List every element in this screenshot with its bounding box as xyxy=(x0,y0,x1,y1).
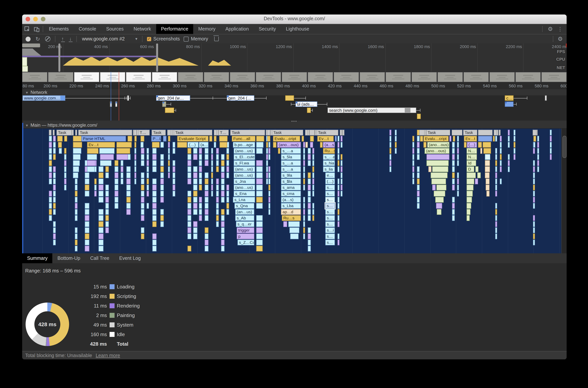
flame-bar[interactable] xyxy=(173,148,175,154)
flame-bar[interactable] xyxy=(227,203,229,209)
flame-bar[interactable] xyxy=(486,185,489,190)
flame-bar[interactable] xyxy=(486,191,489,196)
flame-bar[interactable] xyxy=(533,234,535,239)
flame-bar[interactable] xyxy=(221,191,225,196)
flame-bar[interactable] xyxy=(49,197,52,203)
flame-bar[interactable] xyxy=(412,148,414,154)
flame-bar[interactable] xyxy=(87,166,95,172)
flame-bar[interactable] xyxy=(452,185,455,190)
filmstrip-screenshot[interactable] xyxy=(386,72,411,82)
flame-bar[interactable] xyxy=(467,197,472,203)
flame-bar[interactable] xyxy=(268,148,270,154)
flame-bar[interactable] xyxy=(205,234,208,239)
flame-bar[interactable] xyxy=(420,136,423,142)
reload-and-record-icon[interactable]: ↻ xyxy=(35,36,40,42)
tab-elements[interactable]: Elements xyxy=(44,24,74,34)
flame-bar[interactable] xyxy=(75,215,77,221)
flame-bar[interactable] xyxy=(432,166,448,172)
flame-bar[interactable] xyxy=(306,142,308,148)
flame-bar[interactable] xyxy=(475,179,478,184)
flame-bar[interactable] xyxy=(214,130,217,135)
flame-bar[interactable] xyxy=(160,142,164,148)
flame-bar[interactable] xyxy=(453,136,455,142)
flame-bar[interactable] xyxy=(508,160,510,166)
tab-memory[interactable]: Memory xyxy=(193,24,221,34)
flame-bar[interactable] xyxy=(216,185,219,190)
flame-bar[interactable] xyxy=(312,185,314,190)
flame-bar[interactable] xyxy=(141,172,144,178)
flame-bar[interactable] xyxy=(303,148,305,154)
bottom-tab-bottom-up[interactable]: Bottom-Up xyxy=(52,253,85,263)
flame-bar[interactable] xyxy=(99,227,103,233)
flame-bar[interactable] xyxy=(126,179,130,184)
flame-bar[interactable] xyxy=(221,246,225,251)
flame-bar[interactable] xyxy=(53,172,56,178)
flame-bar[interactable] xyxy=(205,240,208,245)
flame-bar[interactable] xyxy=(75,203,77,209)
flame-bar[interactable] xyxy=(266,179,268,184)
flame-bar[interactable] xyxy=(305,130,308,135)
flame-bar[interactable] xyxy=(513,130,515,135)
flame-bar[interactable] xyxy=(87,154,97,160)
flame-bar[interactable] xyxy=(417,142,420,148)
flame-bar[interactable] xyxy=(268,172,270,178)
flame-bar[interactable] xyxy=(134,136,137,142)
flame-bar-t-[interactable]: T… xyxy=(218,130,229,135)
flame-bar[interactable] xyxy=(205,172,208,178)
tab-security[interactable]: Security xyxy=(254,24,281,34)
flame-bar[interactable] xyxy=(187,179,191,184)
flame-bar[interactable] xyxy=(75,130,77,135)
flame-bar[interactable] xyxy=(303,142,305,148)
flame-bar[interactable] xyxy=(227,148,229,154)
flame-bar[interactable] xyxy=(308,148,311,154)
flame-bar-task[interactable]: Task xyxy=(463,130,477,135)
flame-bar[interactable] xyxy=(337,234,339,239)
flame-bar[interactable] xyxy=(53,130,55,135)
flame-bar[interactable] xyxy=(205,179,208,184)
record-button[interactable] xyxy=(26,36,30,41)
filmstrip-screenshot[interactable] xyxy=(204,72,229,82)
flame-bar-task[interactable]: Task xyxy=(56,130,72,135)
flame-bar[interactable] xyxy=(417,154,420,160)
trash-icon[interactable] xyxy=(214,37,219,41)
flame-bar[interactable] xyxy=(205,160,208,166)
flame-bar[interactable] xyxy=(221,215,225,221)
flame-bar[interactable] xyxy=(550,130,552,135)
flame-bar[interactable] xyxy=(312,160,314,166)
flame-bar[interactable] xyxy=(220,142,227,148)
flame-bar[interactable] xyxy=(337,136,339,142)
flame-bar-s-[interactable]: s… xyxy=(325,234,335,239)
flame-bar[interactable] xyxy=(216,221,219,227)
flame-bar[interactable] xyxy=(477,172,481,178)
flame-bar[interactable] xyxy=(417,203,420,209)
flame-bar[interactable] xyxy=(168,166,170,172)
flame-bar[interactable] xyxy=(75,246,77,251)
flame-bar[interactable] xyxy=(485,154,490,160)
flame-bar[interactable] xyxy=(550,136,552,142)
flame-bar[interactable] xyxy=(85,215,89,221)
flame-bar[interactable] xyxy=(211,166,213,172)
flame-bar[interactable] xyxy=(53,197,56,203)
flame-bar[interactable] xyxy=(310,142,313,148)
flame-bar[interactable] xyxy=(308,246,311,251)
flame-bar[interactable] xyxy=(141,215,144,221)
flame-bar-b-po-age[interactable]: b.po…age xyxy=(233,142,255,148)
flame-bar[interactable] xyxy=(268,185,270,190)
flame-bar[interactable] xyxy=(216,148,219,154)
flame-bar[interactable] xyxy=(508,142,510,148)
flame-bar[interactable] xyxy=(221,197,225,203)
flame-bar[interactable] xyxy=(141,197,144,203)
flame-bar[interactable] xyxy=(337,148,339,154)
flame-bar[interactable] xyxy=(308,160,311,166)
flame-bar[interactable] xyxy=(499,130,501,135)
flame-bar[interactable] xyxy=(478,142,482,148)
flame-bar[interactable] xyxy=(303,215,305,221)
flame-bar[interactable] xyxy=(205,209,208,215)
flame-bar-s_ena[interactable]: s_Ena xyxy=(234,191,255,196)
flame-bar[interactable] xyxy=(187,209,191,215)
flame-bar[interactable] xyxy=(160,160,164,166)
flame-bar-s_z-ca[interactable]: s_Z…Ca xyxy=(237,240,254,245)
flame-bar-p[interactable]: p xyxy=(237,234,254,239)
flame-bar[interactable] xyxy=(121,166,123,172)
flame-bar[interactable] xyxy=(187,148,191,154)
